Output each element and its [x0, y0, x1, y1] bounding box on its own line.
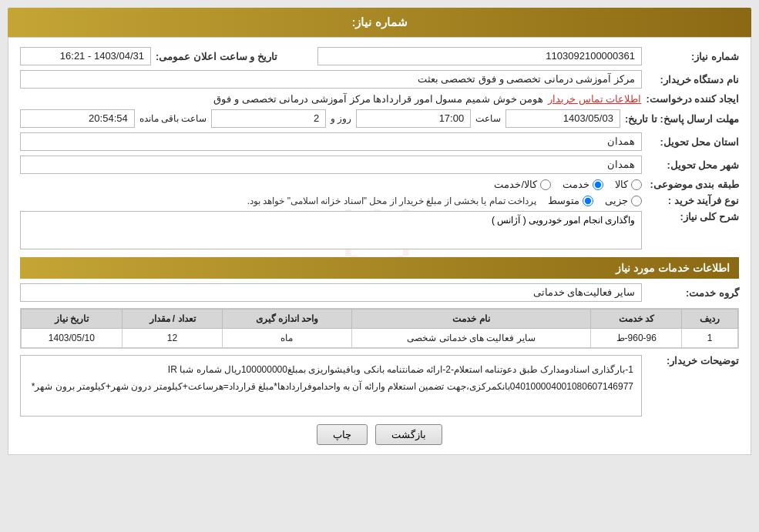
- need-number-value: 1103092100000361: [317, 47, 642, 65]
- col-quantity: تعداد / مقدار: [122, 309, 223, 329]
- service-section-title: اطلاعات خدمات مورد نیاز: [20, 257, 739, 279]
- services-table: ردیف کد خدمت نام خدمت واحد اندازه گیری ت…: [21, 309, 738, 348]
- category-label: طبقه بندی موضوعی:: [646, 179, 739, 190]
- col-service-code: کد خدمت: [591, 309, 682, 329]
- page-title: شماره نیاز:: [8, 8, 751, 37]
- cell-quantity: 12: [122, 329, 223, 348]
- need-description-textarea[interactable]: واگذاری انجام امور خودرویی ( آژانس ): [20, 211, 642, 249]
- remaining-time: 20:54:54: [20, 109, 135, 128]
- cell-service-code: 960-96-ط: [591, 329, 682, 348]
- creator-value: هومن خوش شمیم مسول امور قراردادها مرکز آ…: [213, 93, 543, 105]
- category-radio-group: کالا خدمت کالا/خدمت: [20, 179, 642, 190]
- purchase-type-label: نوع فرآیند خرید :: [646, 195, 739, 206]
- day-label: روز و: [331, 113, 351, 124]
- buyer-notes-label: توضیحات خریدار:: [646, 355, 739, 366]
- purchase-jozi[interactable]: جزیی: [605, 195, 642, 206]
- col-need-date: تاریخ نیاز: [22, 309, 123, 329]
- buyer-notes-value: 1-بارگذاری اسنادومدارک طبق دعوتنامه استع…: [20, 355, 642, 417]
- city-label: شهر محل تحویل:: [646, 159, 739, 171]
- category-kala-khadmat-radio[interactable]: [540, 179, 551, 190]
- services-table-wrapper: ردیف کد خدمت نام خدمت واحد اندازه گیری ت…: [20, 308, 739, 349]
- pub-datetime-value: 1403/04/31 - 16:21: [20, 47, 151, 65]
- need-number-row: شماره نیاز: 1103092100000361 تاریخ و ساع…: [20, 47, 739, 65]
- city-row: شهر محل تحویل: همدان: [20, 156, 739, 174]
- back-button[interactable]: بازگشت: [375, 424, 442, 445]
- purchase-note: پرداخت تمام یا بخشی از مبلغ خریدار از مح…: [20, 196, 536, 206]
- need-description-row: شرح کلی نیاز: واگذاری انجام امور خودرویی…: [20, 211, 739, 249]
- cell-need-date: 1403/05/10: [22, 329, 123, 348]
- category-khadmat-label: خدمت: [563, 179, 589, 190]
- buyer-notes-row: توضیحات خریدار: 1-بارگذاری اسنادومدارک ط…: [20, 355, 739, 417]
- remaining-label: ساعت باقی مانده: [139, 113, 207, 124]
- col-unit: واحد اندازه گیری: [223, 309, 351, 329]
- province-row: استان محل تحویل: همدان: [20, 132, 739, 151]
- deadline-days: 2: [211, 109, 326, 128]
- need-number-label: شماره نیاز:: [646, 51, 739, 62]
- cell-service-name: سایر فعالیت های خدماتی شخصی: [351, 329, 591, 348]
- button-row: بازگشت چاپ: [20, 424, 739, 445]
- purchase-type-radio-group: جزیی متوسط پرداخت تمام یا بخشی از مبلغ خ…: [20, 195, 642, 206]
- service-group-label: گروه خدمت:: [646, 287, 739, 299]
- buyer-org-label: نام دستگاه خریدار:: [646, 74, 739, 85]
- purchase-motavaset-label: متوسط: [548, 195, 579, 206]
- table-row: 1 960-96-ط سایر فعالیت های خدماتی شخصی م…: [22, 329, 738, 348]
- cell-unit: ماه: [223, 329, 351, 348]
- city-value: همدان: [20, 156, 642, 174]
- purchase-jozi-radio[interactable]: [631, 196, 642, 206]
- pub-datetime-label: تاریخ و ساعت اعلان عمومی:: [156, 51, 277, 62]
- province-label: استان محل تحویل:: [646, 136, 739, 148]
- purchase-jozi-label: جزیی: [605, 195, 628, 206]
- cell-row-num: 1: [682, 329, 738, 348]
- need-description-label: شرح کلی نیاز:: [646, 211, 739, 223]
- deadline-time: 17:00: [356, 109, 471, 128]
- province-value: همدان: [20, 132, 642, 151]
- category-khadmat-radio[interactable]: [593, 179, 603, 190]
- purchase-motavaset[interactable]: متوسط: [548, 195, 593, 206]
- col-row-num: ردیف: [682, 309, 738, 329]
- buyer-org-row: نام دستگاه خریدار: مرکز آموزشی درمانی تخ…: [20, 70, 739, 89]
- category-row: طبقه بندی موضوعی: کالا خدمت کالا/خدمت: [20, 179, 739, 190]
- service-group-row: گروه خدمت: سایر فعالیت‌های خدماتی: [20, 283, 739, 302]
- deadline-row: مهلت ارسال پاسخ: تا تاریخ: 1403/05/03 سا…: [20, 109, 739, 128]
- category-kala-radio[interactable]: [631, 179, 642, 190]
- category-kala-label: کالا: [615, 179, 628, 190]
- category-kala-khadmat[interactable]: کالا/خدمت: [494, 179, 551, 190]
- category-kala-khadmat-label: کالا/خدمت: [494, 179, 537, 190]
- col-service-name: نام خدمت: [351, 309, 591, 329]
- service-group-value: سایر فعالیت‌های خدماتی: [20, 283, 642, 302]
- time-label: ساعت: [475, 113, 501, 124]
- category-khadmat[interactable]: خدمت: [563, 179, 603, 190]
- purchase-type-row: نوع فرآیند خرید : جزیی متوسط پرداخت تمام…: [20, 195, 739, 206]
- contact-link[interactable]: اطلاعات تماس خریدار: [548, 93, 641, 105]
- purchase-motavaset-radio[interactable]: [583, 196, 593, 206]
- creator-row: ایجاد کننده درخواست: اطلاعات تماس خریدار…: [20, 93, 739, 105]
- print-button[interactable]: چاپ: [317, 424, 368, 445]
- deadline-date: 1403/05/03: [505, 109, 620, 128]
- creator-label: ایجاد کننده درخواست:: [646, 93, 739, 105]
- category-kala[interactable]: کالا: [615, 179, 642, 190]
- buyer-org-value: مرکز آموزشی درمانی تخصصی و فوق تخصصی بعث…: [20, 70, 642, 89]
- deadline-label: مهلت ارسال پاسخ: تا تاریخ:: [625, 113, 739, 125]
